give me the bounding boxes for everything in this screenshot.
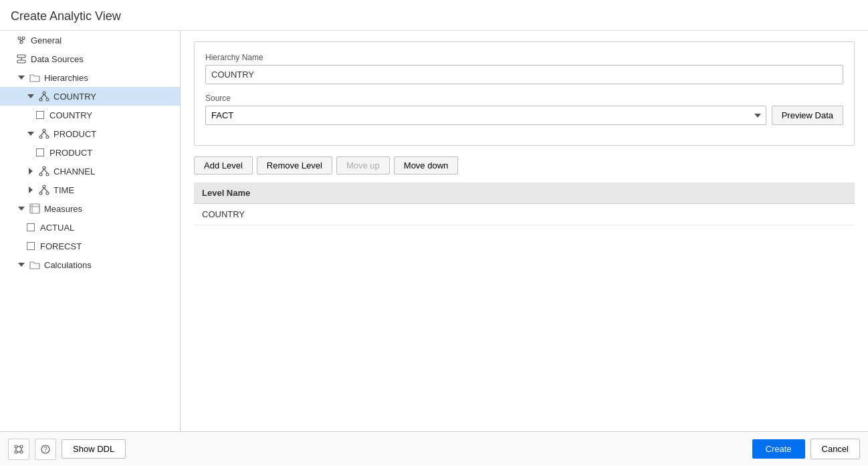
product-level-box-icon (35, 147, 45, 158)
move-up-button[interactable]: Move up (336, 156, 390, 174)
hierarchies-expand-icon (16, 72, 27, 83)
source-label: Source (205, 94, 843, 103)
sidebar-item-time-hier[interactable]: TIME (0, 181, 180, 199)
sidebar-item-measures[interactable]: Measures (0, 199, 180, 218)
sidebar-item-product-hier-label: PRODUCT (53, 129, 96, 139)
svg-point-18 (43, 166, 45, 169)
sidebar-item-forecst[interactable]: FORECST (0, 237, 180, 255)
table-header-row: Level Name (194, 183, 855, 204)
svg-point-1 (22, 37, 25, 39)
svg-line-16 (41, 132, 44, 136)
sidebar-item-hierarchies-label: Hierarchies (44, 73, 88, 83)
level-name-column-header: Level Name (194, 183, 855, 204)
svg-point-32 (20, 445, 23, 448)
svg-line-4 (21, 39, 23, 41)
svg-line-12 (44, 94, 47, 98)
move-down-button[interactable]: Move down (394, 156, 458, 174)
sidebar-item-general[interactable]: General (0, 31, 180, 49)
sidebar-item-country-hier[interactable]: COUNTRY (0, 87, 180, 106)
sidebar-item-channel-hier-label: CHANNEL (53, 166, 95, 177)
hierarchy-name-input[interactable] (205, 65, 843, 84)
sidebar-item-country-level[interactable]: COUNTRY (0, 106, 180, 124)
show-ddl-button[interactable]: Show DDL (62, 439, 126, 459)
hierarchy-name-label: Hierarchy Name (205, 53, 843, 62)
sidebar-item-forecst-label: FORECST (40, 241, 82, 251)
svg-line-21 (41, 169, 44, 173)
svg-text:?: ? (43, 446, 47, 453)
sidebar-item-calculations[interactable]: Calculations (0, 255, 180, 274)
help-icon-button[interactable]: ? (35, 439, 56, 460)
sidebar-item-country-level-label: COUNTRY (49, 110, 92, 120)
folder-icon (29, 72, 40, 83)
footer-left: ? Show DDL (8, 439, 126, 460)
svg-point-20 (46, 173, 49, 176)
remove-level-button[interactable]: Remove Level (257, 156, 332, 174)
svg-point-24 (39, 192, 42, 195)
right-panel: Hierarchy Name Source FACT Preview Data (181, 31, 868, 431)
hier-node-icon (39, 91, 49, 102)
svg-point-34 (20, 451, 23, 453)
svg-line-22 (44, 169, 47, 173)
graph-icon-button[interactable] (8, 439, 29, 460)
svg-point-25 (46, 192, 49, 195)
table-body: COUNTRY (194, 204, 855, 225)
cancel-button[interactable]: Cancel (810, 439, 860, 459)
svg-line-27 (44, 188, 47, 192)
svg-point-15 (46, 136, 49, 138)
svg-line-3 (19, 39, 21, 41)
time-hier-expand-icon (25, 185, 36, 195)
level-name-cell: COUNTRY (194, 204, 855, 225)
country-hier-expand-icon (25, 91, 36, 102)
source-select[interactable]: FACT (205, 106, 766, 125)
table-row[interactable]: COUNTRY (194, 204, 855, 225)
page-title: Create Analytic View (11, 9, 857, 23)
svg-line-11 (41, 94, 44, 98)
source-select-wrap: FACT (205, 106, 766, 125)
measures-expand-icon (16, 203, 27, 214)
sidebar-item-time-hier-label: TIME (53, 185, 74, 195)
svg-point-31 (15, 445, 17, 448)
svg-rect-6 (17, 60, 25, 63)
sidebar-item-hierarchies[interactable]: Hierarchies (0, 68, 180, 87)
preview-data-button[interactable]: Preview Data (772, 106, 843, 125)
form-section: Hierarchy Name Source FACT Preview Data (194, 41, 855, 146)
sidebar-item-calculations-label: Calculations (44, 260, 92, 270)
svg-point-14 (39, 136, 42, 138)
levels-toolbar: Add Level Remove Level Move up Move down (194, 156, 855, 174)
add-level-button[interactable]: Add Level (194, 156, 253, 174)
source-row: Source FACT Preview Data (205, 94, 843, 125)
svg-point-0 (18, 37, 21, 39)
svg-line-17 (44, 132, 47, 136)
svg-point-33 (15, 451, 17, 453)
svg-point-2 (20, 41, 23, 43)
channel-hier-node-icon (39, 166, 49, 177)
actual-box-icon (25, 222, 36, 233)
data-sources-icon (16, 53, 27, 64)
channel-hier-expand-icon (25, 166, 36, 177)
svg-rect-5 (17, 55, 25, 57)
create-button[interactable]: Create (752, 439, 805, 459)
general-icon (16, 35, 27, 45)
sidebar-item-product-hier[interactable]: PRODUCT (0, 124, 180, 143)
sidebar-item-actual[interactable]: ACTUAL (0, 218, 180, 237)
sidebar-item-data-sources[interactable]: Data Sources (0, 49, 180, 68)
sidebar-item-channel-hier[interactable]: CHANNEL (0, 162, 180, 181)
product-hier-expand-icon (25, 128, 36, 139)
forecst-box-icon (25, 241, 36, 251)
calculations-expand-icon (16, 259, 27, 270)
svg-point-10 (46, 98, 49, 101)
sidebar-item-measures-label: Measures (44, 204, 82, 214)
sidebar: General Data Sources Hier (0, 31, 181, 431)
product-hier-node-icon (39, 128, 49, 139)
levels-table: Level Name COUNTRY (194, 183, 855, 225)
hierarchy-name-row: Hierarchy Name (205, 53, 843, 84)
svg-point-13 (43, 129, 45, 132)
sidebar-item-actual-label: ACTUAL (40, 223, 74, 233)
svg-rect-28 (30, 204, 39, 213)
svg-point-9 (39, 98, 42, 101)
svg-line-26 (41, 188, 44, 192)
svg-point-19 (39, 173, 42, 176)
sidebar-item-product-level[interactable]: PRODUCT (0, 143, 180, 162)
measures-icon (29, 203, 40, 214)
footer: ? Show DDL Create Cancel (0, 431, 868, 466)
